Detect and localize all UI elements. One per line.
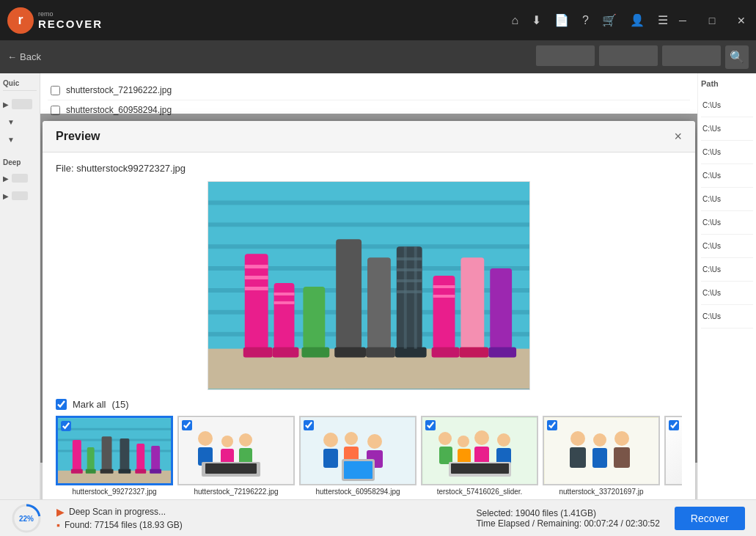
svg-rect-39	[488, 348, 516, 358]
scan-status-line: ▶ Deep Scan in progress...	[56, 506, 183, 518]
thumb-checkbox-4[interactable]	[425, 420, 436, 430]
svg-rect-45	[73, 440, 81, 471]
scan-status: Deep Scan in progress...	[69, 507, 166, 517]
svg-rect-20	[336, 239, 362, 348]
download-icon[interactable]: ⬇	[532, 13, 541, 27]
found-status-line: ▪ Found: 77154 files (18.93 GB)	[56, 519, 183, 531]
titlebar: r remo RECOVER ⌂ ⬇ 📄 ? 🛒 👤 ☰ ─ □ ✕	[0, 0, 756, 40]
svg-rect-65	[205, 463, 257, 474]
thumbnails-row: hutterstock_99272327.jpg	[56, 416, 682, 499]
search-button[interactable]: 🔍	[725, 45, 749, 69]
svg-point-62	[239, 433, 252, 447]
svg-rect-26	[397, 257, 422, 260]
svg-rect-54	[135, 469, 146, 473]
minimize-button[interactable]: ─	[668, 0, 697, 40]
thumbnail-item[interactable]: hutterstock_60958294.jpg	[299, 416, 416, 496]
file-label: File: shutterstock99272327.jpg	[56, 163, 682, 174]
document-icon[interactable]: 📄	[554, 13, 569, 27]
svg-rect-37	[459, 348, 488, 358]
preview-image-container	[56, 181, 682, 390]
thumbnail-wrapper-active[interactable]	[56, 416, 173, 485]
path-item: C:\Us	[701, 235, 753, 258]
thumbnail-wrapper-2[interactable]	[177, 416, 295, 485]
thumbnail-item[interactable]: hutterstock_99272327.jpg	[56, 416, 173, 496]
modal-close-button[interactable]: ×	[674, 130, 682, 143]
svg-rect-74	[344, 461, 373, 479]
progress-text: 22%	[19, 514, 34, 522]
thumb-label-2: hutterstock_72196222.jpg	[194, 488, 278, 496]
svg-rect-29	[397, 290, 422, 293]
modal-overlay: Preview × File: shutterstock99272327.jpg	[40, 114, 697, 463]
thumbnail-wrapper-4[interactable]	[421, 416, 538, 485]
svg-rect-28	[397, 279, 422, 282]
path-item: C:\Us	[701, 258, 753, 282]
thumbnail-item[interactable]: nutterstock_337201697.jp	[543, 416, 660, 496]
svg-point-80	[474, 430, 489, 445]
toolbar: ← Back 🔍	[0, 40, 756, 73]
svg-rect-12	[245, 276, 268, 279]
logo-text: RECOVER	[38, 18, 103, 30]
sidebar-expand-1[interactable]: ▶	[3, 97, 37, 110]
svg-rect-49	[102, 436, 112, 471]
thumb-checkbox-1[interactable]	[61, 421, 71, 431]
thumb-checkbox-2[interactable]	[182, 420, 192, 430]
sidebar: Quic ▶ ▼ ▼ Deep ▶ ▶	[0, 73, 40, 499]
path-header: Path	[701, 79, 753, 88]
path-item: C:\Us	[701, 94, 753, 117]
thumb-checkbox-5[interactable]	[547, 420, 557, 430]
svg-rect-27	[397, 268, 422, 271]
logo-icon: r	[7, 7, 34, 34]
thumb-checkbox-3[interactable]	[304, 420, 314, 430]
table-row[interactable]: shutterstock_72196222.jpg	[48, 81, 690, 100]
svg-rect-48	[86, 469, 96, 473]
thumbnail-item[interactable]	[664, 416, 682, 496]
svg-point-78	[458, 436, 469, 447]
thumbnail-wrapper-5[interactable]	[543, 416, 660, 485]
user-icon[interactable]: 👤	[630, 13, 645, 27]
status-info: ▶ Deep Scan in progress... ▪ Found: 7715…	[56, 506, 183, 531]
help-icon[interactable]: ?	[582, 14, 589, 27]
sidebar-expand-2[interactable]: ▼	[3, 114, 37, 128]
path-column: Path C:\Us C:\Us C:\Us C:\Us C:\Us C:\Us…	[697, 73, 756, 499]
toolbar-input-3[interactable]	[662, 45, 721, 66]
svg-rect-56	[150, 469, 161, 473]
svg-rect-88	[570, 447, 586, 468]
boots-svg	[208, 181, 529, 389]
thumbnail-item[interactable]: hutterstock_72196222.jpg	[177, 416, 295, 496]
sidebar-expand-3[interactable]: ▼	[3, 132, 37, 145]
thumb-checkbox-6[interactable]	[669, 420, 679, 430]
found-icon: ▪	[56, 519, 60, 531]
back-button[interactable]: ← Back	[7, 51, 41, 62]
sidebar-deep-label: Deep	[3, 158, 37, 166]
status-right: Selected: 19040 files (1.41GB) Time Elap…	[476, 508, 659, 529]
svg-point-89	[593, 433, 606, 447]
thumbnail-wrapper-6[interactable]	[664, 416, 682, 485]
svg-point-69	[345, 432, 358, 445]
mark-all-checkbox[interactable]	[56, 399, 67, 410]
sidebar-deep-item-1[interactable]: ▶	[3, 171, 37, 184]
content-area: shutterstock_72196222.jpg shutterstock_6…	[40, 73, 697, 499]
svg-point-82	[497, 433, 510, 447]
recover-main-button[interactable]: Recover	[675, 507, 745, 530]
home-icon[interactable]: ⌂	[511, 14, 518, 27]
preview-image	[208, 181, 530, 390]
window-controls: ─ □ ✕	[668, 0, 756, 40]
path-item: C:\Us	[701, 188, 753, 211]
cart-icon[interactable]: 🛒	[602, 13, 617, 27]
maximize-button[interactable]: □	[697, 0, 727, 40]
svg-rect-25	[395, 348, 427, 358]
menu-icon[interactable]: ☰	[658, 13, 668, 27]
close-button[interactable]: ✕	[727, 0, 756, 40]
path-item: C:\Us	[701, 164, 753, 188]
svg-rect-23	[366, 348, 395, 358]
sidebar-deep-item-2[interactable]: ▶	[3, 188, 37, 202]
toolbar-input-2[interactable]	[599, 45, 658, 66]
thumbnail-item[interactable]: terstock_57416026_slider.	[421, 416, 538, 496]
mark-all-row: Mark all (15)	[56, 399, 682, 410]
thumbnail-wrapper-3[interactable]	[299, 416, 416, 485]
toolbar-input-1[interactable]	[536, 45, 595, 66]
svg-rect-77	[439, 447, 452, 464]
svg-rect-85	[451, 463, 509, 474]
back-label: Back	[20, 51, 41, 62]
app-logo: r remo RECOVER	[7, 7, 103, 34]
